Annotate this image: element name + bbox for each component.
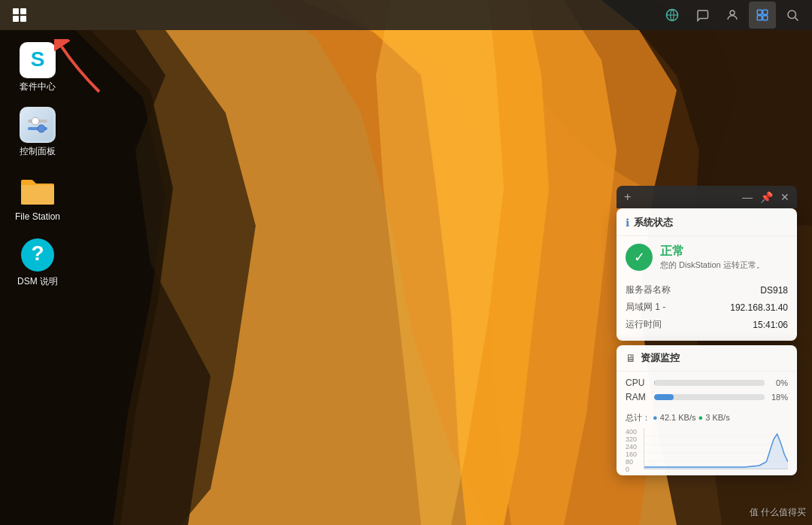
ram-label: RAM — [626, 392, 650, 402]
svg-rect-11 — [757, 16, 762, 20]
info-icon: ℹ — [626, 217, 629, 229]
network-value: 192.168.31.40 — [730, 302, 788, 313]
message-icon[interactable] — [689, 2, 716, 29]
status-text-block: 正常 您的 DiskStation 运转正常。 — [660, 244, 765, 271]
taskbar-right — [659, 2, 812, 29]
window-manager-icon[interactable] — [749, 2, 776, 29]
cpu-value: 0% — [769, 378, 788, 387]
resource-rows: CPU 0% RAM 18% — [617, 372, 797, 412]
svg-rect-17 — [22, 109, 53, 141]
ram-value: 18% — [769, 393, 788, 402]
svg-text:?: ? — [31, 241, 44, 265]
file-station-label: File Station — [15, 211, 60, 222]
network-chart: 400 320 240 160 80 0 — [617, 428, 797, 475]
info-rows: 服务器名称 DS918 局域网 1 - 192.168.31.40 运行时间 1… — [617, 278, 797, 341]
watermark: 值 什么值得买 — [750, 506, 806, 519]
status-row: ✓ 正常 您的 DiskStation 运转正常。 — [617, 236, 797, 278]
control-panel-label: 控制面板 — [20, 146, 56, 156]
server-name-value: DS918 — [760, 285, 788, 296]
resource-title-row: 🖥 资源监控 — [617, 345, 797, 372]
svg-point-21 — [38, 125, 45, 132]
cpu-label: CPU — [626, 378, 650, 388]
total-label-row: 总计： ● 42.1 KB/s ● 3 KB/s — [617, 412, 797, 428]
server-name-row: 服务器名称 DS918 — [626, 281, 788, 299]
svg-text:S: S — [31, 47, 45, 71]
widget-add-btn[interactable]: + — [624, 190, 631, 204]
cpu-bar-bg — [654, 380, 765, 386]
svg-marker-29 — [644, 434, 788, 469]
taskbar — [0, 0, 812, 30]
monitor-icon: 🖥 — [626, 352, 636, 364]
svg-rect-12 — [763, 16, 768, 20]
chart-area — [644, 428, 788, 469]
status-title: 系统状态 — [634, 216, 673, 229]
apps-button[interactable] — [6, 2, 33, 29]
svg-rect-4 — [13, 16, 19, 22]
search-icon[interactable] — [779, 2, 806, 29]
svg-point-20 — [32, 117, 39, 125]
control-panel-icon-img — [20, 107, 56, 143]
network-label: 局域网 1 - — [626, 301, 665, 314]
widget-container: + — 📌 ✕ ℹ 系统状态 ✓ 正常 您的 DiskStation 运转正常。… — [617, 186, 797, 480]
network-row: 局域网 1 - 192.168.31.40 — [626, 299, 788, 316]
resource-monitor-card: 🖥 资源监控 CPU 0% RAM 18% 总计： ● 42.1 KB/ — [617, 345, 797, 475]
svg-rect-9 — [757, 10, 762, 14]
status-sub-text: 您的 DiskStation 运转正常。 — [660, 259, 765, 271]
network-status-icon[interactable] — [659, 2, 686, 29]
svg-line-14 — [795, 17, 798, 20]
download-speed: ● — [698, 413, 704, 422]
widget-minimize-btn[interactable]: — — [742, 191, 753, 203]
file-station-icon-img — [20, 172, 56, 208]
uptime-value: 15:41:06 — [753, 320, 788, 330]
svg-point-8 — [730, 11, 735, 15]
status-main-text: 正常 — [660, 244, 765, 259]
upload-speed: ● — [653, 413, 658, 422]
cpu-row: CPU 0% — [626, 378, 788, 388]
svg-rect-3 — [20, 8, 26, 14]
dsm-help-icon[interactable]: ? DSM 说明 — [8, 232, 68, 291]
ram-bar-bg — [654, 394, 765, 400]
chart-y-labels: 400 320 240 160 80 0 — [626, 428, 637, 469]
status-check-circle: ✓ — [626, 244, 653, 271]
resource-title: 资源监控 — [641, 351, 680, 365]
uptime-label: 运行时间 — [626, 318, 662, 331]
taskbar-left — [0, 2, 33, 29]
ram-row: RAM 18% — [626, 392, 788, 402]
cpu-bar-fill — [654, 380, 655, 386]
svg-rect-10 — [763, 10, 768, 14]
system-status-card: ℹ 系统状态 ✓ 正常 您的 DiskStation 运转正常。 服务器名称 D… — [617, 208, 797, 341]
widget-close-btn[interactable]: ✕ — [780, 191, 789, 203]
dsm-help-icon-img: ? — [20, 237, 56, 273]
user-icon[interactable] — [719, 2, 746, 29]
server-name-label: 服务器名称 — [626, 284, 671, 296]
dsm-help-label: DSM 说明 — [17, 276, 58, 287]
svg-rect-2 — [13, 8, 19, 14]
file-station-icon[interactable]: File Station — [8, 168, 68, 226]
package-center-label: 套件中心 — [20, 81, 56, 92]
widget-pin-btn[interactable]: 📌 — [760, 191, 773, 203]
red-arrow — [54, 39, 107, 102]
status-title-row: ℹ 系统状态 — [617, 208, 797, 236]
package-center-icon-img: S — [20, 42, 56, 78]
uptime-row: 运行时间 15:41:06 — [626, 316, 788, 333]
control-panel-icon[interactable]: 控制面板 — [8, 102, 68, 161]
svg-rect-5 — [20, 16, 26, 22]
svg-point-13 — [788, 11, 796, 19]
ram-bar-fill — [654, 394, 674, 400]
